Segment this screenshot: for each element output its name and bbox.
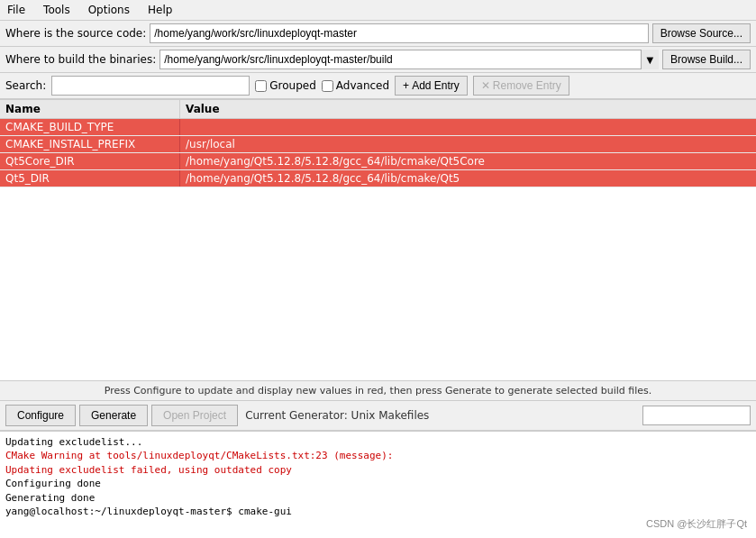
cell-name: CMAKE_BUILD_TYPE [0, 119, 180, 135]
grouped-checkbox-label[interactable]: Grouped [255, 79, 316, 92]
source-label: Where is the source code: [5, 27, 146, 40]
remove-icon: ✕ [481, 79, 490, 92]
col-header-name: Name [0, 100, 180, 118]
advanced-checkbox-label[interactable]: Advanced [322, 79, 389, 92]
menu-options[interactable]: Options [85, 2, 133, 18]
col-header-value: Value [180, 100, 756, 118]
search-input[interactable] [51, 76, 250, 96]
advanced-label: Advanced [336, 79, 389, 92]
table-row[interactable]: CMAKE_INSTALL_PREFIX /usr/local [0, 136, 756, 153]
cell-value: /home/yang/Qt5.12.8/5.12.8/gcc_64/lib/cm… [180, 170, 756, 187]
log-line: yang@localhost:~/linuxdeployqt-master$ c… [5, 505, 751, 518]
remove-entry-label: Remove Entry [493, 79, 561, 92]
bottom-controls: Configure Generate Open Project Current … [0, 401, 756, 431]
table-row[interactable]: CMAKE_BUILD_TYPE [0, 119, 756, 136]
table-row[interactable]: Qt5Core_DIR /home/yang/Qt5.12.8/5.12.8/g… [0, 153, 756, 170]
log-line: Updating excludelist... [5, 435, 751, 449]
build-label: Where to build the binaries: [5, 53, 156, 66]
cell-value: /home/yang/Qt5.12.8/5.12.8/gcc_64/lib/cm… [180, 153, 756, 169]
cell-name: CMAKE_INSTALL_PREFIX [0, 136, 180, 152]
configure-button[interactable]: Configure [5, 405, 76, 426]
source-input[interactable] [150, 23, 648, 43]
menubar: File Tools Options Help [0, 0, 756, 21]
search-right [433, 406, 751, 425]
cell-value: /usr/local [180, 136, 756, 152]
add-entry-label: Add Entry [412, 79, 460, 92]
cell-name: Qt5Core_DIR [0, 153, 180, 169]
search-row: Search: Grouped Advanced + Add Entry ✕ R… [0, 73, 756, 99]
grouped-label: Grouped [269, 79, 316, 92]
open-project-button[interactable]: Open Project [151, 405, 238, 426]
advanced-checkbox[interactable] [322, 80, 333, 92]
cell-value [180, 119, 756, 135]
build-row: Where to build the binaries: ▼ Browse Bu… [0, 47, 756, 73]
remove-entry-button[interactable]: ✕ Remove Entry [473, 76, 569, 96]
build-combo: ▼ [159, 50, 659, 69]
grouped-checkbox[interactable] [255, 80, 267, 92]
table-scroll[interactable]: CMAKE_BUILD_TYPE CMAKE_INSTALL_PREFIX /u… [0, 119, 756, 380]
generator-label: Current Generator: Unix Makefiles [245, 409, 429, 422]
watermark: CSDN @长沙红胖子Qt [646, 517, 747, 531]
search-right-input[interactable] [642, 406, 751, 425]
search-label: Search: [5, 79, 46, 92]
add-icon: + [403, 79, 409, 92]
browse-build-button[interactable]: Browse Build... [662, 50, 751, 69]
source-row: Where is the source code: Browse Source.… [0, 21, 756, 47]
table-header: Name Value [0, 100, 756, 119]
generate-button[interactable]: Generate [79, 405, 148, 426]
add-entry-button[interactable]: + Add Entry [395, 76, 468, 96]
main-panel: Where is the source code: Browse Source.… [0, 21, 756, 538]
log-line: Configuring done [5, 477, 751, 490]
status-bar: Press Configure to update and display ne… [0, 380, 756, 401]
build-dropdown-arrow[interactable]: ▼ [641, 50, 659, 69]
log-line: Generating done [5, 491, 751, 505]
log-line: Updating excludelist failed, using outda… [5, 463, 751, 477]
menu-tools[interactable]: Tools [40, 2, 74, 18]
log-line: CMake Warning at tools/linuxdeployqt/CMa… [5, 449, 751, 462]
build-input[interactable] [159, 50, 659, 69]
menu-file[interactable]: File [4, 2, 29, 18]
table-row[interactable]: Qt5_DIR /home/yang/Qt5.12.8/5.12.8/gcc_6… [0, 170, 756, 187]
table-area: Name Value CMAKE_BUILD_TYPE CMAKE_INSTAL… [0, 99, 756, 380]
log-area: Updating excludelist...CMake Warning at … [0, 431, 756, 538]
cell-name: Qt5_DIR [0, 170, 180, 187]
browse-source-button[interactable]: Browse Source... [652, 23, 751, 43]
menu-help[interactable]: Help [144, 2, 176, 18]
